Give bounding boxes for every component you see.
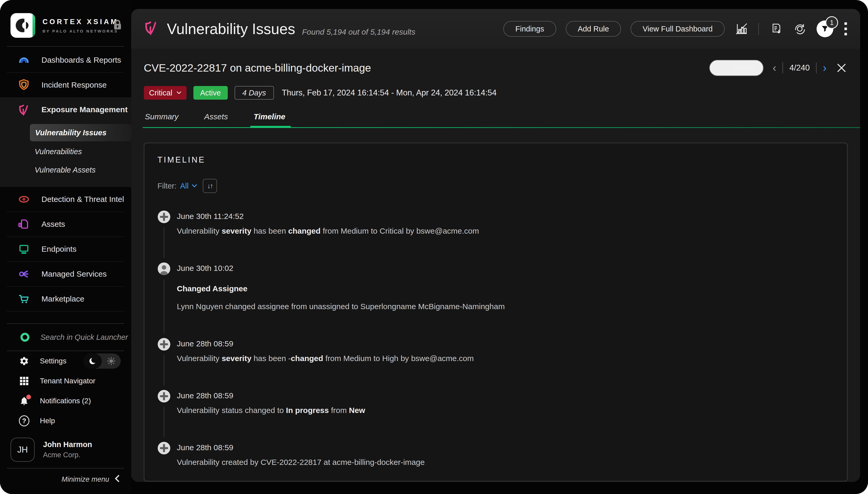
filter-count-badge: 1 bbox=[826, 16, 838, 29]
moon-icon bbox=[84, 354, 102, 369]
vulnerability-shield-icon bbox=[144, 20, 159, 38]
user-name: John Harmon bbox=[43, 440, 92, 449]
sidebar-item-help[interactable]: ? Help bbox=[0, 411, 131, 431]
sidebar-item-exposure-management[interactable]: Exposure Management bbox=[0, 97, 131, 122]
quick-launcher[interactable]: Search in Quick Launcher bbox=[0, 324, 131, 350]
exposure-shield-icon bbox=[18, 103, 30, 116]
page-indicator: 4/240 bbox=[789, 63, 810, 73]
timeline-entry-text: Vulnerability created by CVE-2022-22817 … bbox=[177, 457, 834, 468]
sidebar-item-settings[interactable]: Settings bbox=[0, 351, 131, 371]
sidebar-item-assets[interactable]: Assets bbox=[0, 212, 131, 236]
filter-icon[interactable]: 1 bbox=[816, 20, 833, 37]
sidebar-subitem-label: Vulnerability Issues bbox=[35, 129, 107, 137]
timeline-entry-title: Changed Assignee bbox=[177, 284, 834, 293]
more-menu-icon[interactable] bbox=[843, 21, 849, 37]
chevron-left-icon bbox=[114, 475, 119, 484]
sidebar-item-tenant-navigator[interactable]: Tenant Navigator bbox=[0, 371, 131, 391]
question-icon: ? bbox=[19, 416, 30, 426]
timeline-entries: June 30th 11:24:52Vulnerability severity… bbox=[158, 210, 834, 470]
tab-summary[interactable]: Summary bbox=[144, 112, 182, 128]
date-range: Thurs, Feb 17, 2024 16:14:54 - Mon, Apr … bbox=[282, 88, 497, 97]
sidebar-item-label: Assets bbox=[41, 220, 65, 229]
report-export-icon[interactable] bbox=[768, 21, 783, 36]
minimize-menu-button[interactable]: Minimize menu bbox=[0, 469, 131, 494]
timeline-entry-text: Vulnerability severity has been -changed… bbox=[177, 353, 834, 364]
sidebar-item-endpoints[interactable]: Endpoints bbox=[0, 237, 131, 262]
user-info: John Harmon Acme Corp. bbox=[43, 440, 92, 459]
pagination: ‹ 4/240 › bbox=[773, 62, 827, 73]
timeline-entry-body: June 28th 08:59Vulnerability status chan… bbox=[177, 390, 834, 416]
theme-toggle[interactable] bbox=[84, 354, 121, 369]
user-profile[interactable]: JH John Harmon Acme Corp. bbox=[0, 431, 131, 468]
results-note: Found 5,194 out of 5,194 results bbox=[302, 27, 415, 36]
sidebar-item-marketplace[interactable]: Marketplace bbox=[0, 287, 131, 311]
timeline-entry: June 28th 08:59Vulnerability severity ha… bbox=[158, 338, 834, 390]
close-icon[interactable] bbox=[835, 62, 848, 74]
page-title: Vulnerability Issues bbox=[167, 20, 295, 38]
view-full-dashboard-button[interactable]: View Full Dashboard bbox=[630, 21, 725, 37]
tab-timeline[interactable]: Timeline bbox=[253, 112, 288, 128]
plus-icon bbox=[158, 441, 170, 455]
detail-tabs: Summary Assets Timeline bbox=[144, 112, 848, 128]
bell-icon bbox=[19, 396, 30, 406]
sidebar-item-incident-response[interactable]: Incident Response bbox=[0, 73, 131, 97]
divider bbox=[782, 62, 783, 73]
sidebar-item-vulnerable-assets[interactable]: Vulnerable Assets bbox=[0, 162, 131, 178]
filter-dropdown[interactable]: All bbox=[180, 182, 197, 190]
add-rule-button[interactable]: Add Rule bbox=[566, 21, 621, 37]
timeline-entry-time: June 28th 08:59 bbox=[177, 338, 834, 348]
findings-button[interactable]: Findings bbox=[503, 21, 556, 37]
issue-detail-header: CVE-2022-22817 on acme-billing-docker-im… bbox=[144, 60, 848, 76]
timeline-entry: June 30th 11:24:52Vulnerability severity… bbox=[158, 210, 834, 262]
timeline-entry: June 28th 08:59Vulnerability created by … bbox=[158, 441, 834, 470]
sidebar-subitem-label: Vulnerable Assets bbox=[35, 166, 95, 174]
chart-disabled-icon[interactable] bbox=[734, 21, 749, 36]
sidebar-item-label: Managed Services bbox=[41, 269, 107, 279]
quick-launcher-icon bbox=[19, 331, 31, 343]
duration-badge: 4 Days bbox=[235, 86, 274, 100]
sidebar-item-vulnerability-issues[interactable]: Vulnerability Issues bbox=[30, 124, 131, 141]
sidebar-item-label: Incident Response bbox=[41, 80, 107, 90]
sidebar-item-managed-services[interactable]: Managed Services bbox=[0, 262, 131, 286]
sort-arrows-icon[interactable]: ↓↑ bbox=[203, 179, 217, 193]
sidebar-item-label: Notifications (2) bbox=[40, 397, 91, 405]
sidebar-item-detection-threat-intel[interactable]: Detection & Threat Intel bbox=[0, 187, 131, 212]
cart-icon bbox=[18, 293, 30, 305]
timeline-entry-body: June 30th 10:02Changed AssigneeLynn Nguy… bbox=[177, 262, 834, 312]
severity-label: Critical bbox=[149, 89, 172, 97]
gauge-icon bbox=[18, 54, 30, 66]
brand-text: CORTEX XSIAM BY PALO ALTO NETWORKS bbox=[42, 18, 106, 33]
shield-icon bbox=[18, 79, 30, 91]
export-button[interactable]: Export bbox=[709, 60, 764, 76]
monitor-icon bbox=[18, 243, 30, 255]
gear-icon bbox=[19, 356, 30, 366]
plus-icon bbox=[158, 390, 170, 403]
timeline-card: TIMELINE Filter: All ↓↑ June 30th 11:24:… bbox=[144, 142, 848, 481]
sidebar-section-exposure: Exposure Management Vulnerability Issues… bbox=[0, 97, 131, 187]
issue-title: CVE-2022-22817 on acme-billing-docker-im… bbox=[144, 62, 371, 74]
timeline-entry-text: Lynn Nguyen changed assignee from unassi… bbox=[177, 301, 834, 312]
sidebar-item-label: Marketplace bbox=[41, 294, 84, 303]
document-icon bbox=[18, 218, 30, 230]
sidebar-item-notifications[interactable]: Notifications (2) bbox=[0, 391, 131, 411]
tab-assets[interactable]: Assets bbox=[203, 112, 231, 128]
severity-badge[interactable]: Critical bbox=[144, 86, 187, 100]
timeline-entry-time: June 30th 10:02 bbox=[177, 262, 834, 273]
next-page-icon[interactable]: › bbox=[823, 62, 827, 73]
grid-icon bbox=[19, 376, 30, 386]
sidebar-item-label: Help bbox=[40, 417, 55, 425]
sidebar-item-vulnerabilities[interactable]: Vulnerabilities bbox=[0, 144, 131, 160]
timeline-entry-time: June 28th 08:59 bbox=[177, 390, 834, 400]
app-window: CORTEX XSIAM BY PALO ALTO NETWORKS bbox=[0, 0, 868, 494]
timeline-entry: June 30th 10:02Changed AssigneeLynn Nguy… bbox=[158, 262, 834, 338]
timeline-entry-text: Vulnerability severity has been changed … bbox=[177, 226, 834, 236]
sidebar-subitem-label: Vulnerabilities bbox=[35, 147, 82, 156]
sidebar-item-label: Endpoints bbox=[41, 245, 76, 253]
sidebar-item-dashboards[interactable]: Dashboards & Reports bbox=[0, 48, 131, 72]
quick-launcher-label: Search in Quick Launcher bbox=[40, 333, 128, 342]
sidebar-item-label: Tenant Navigator bbox=[40, 377, 95, 385]
sync-icon[interactable] bbox=[792, 21, 807, 36]
filter-value: All bbox=[180, 182, 189, 190]
prev-page-icon[interactable]: ‹ bbox=[773, 62, 776, 73]
topbar-actions: Findings Add Rule View Full Dashboard bbox=[503, 20, 849, 37]
